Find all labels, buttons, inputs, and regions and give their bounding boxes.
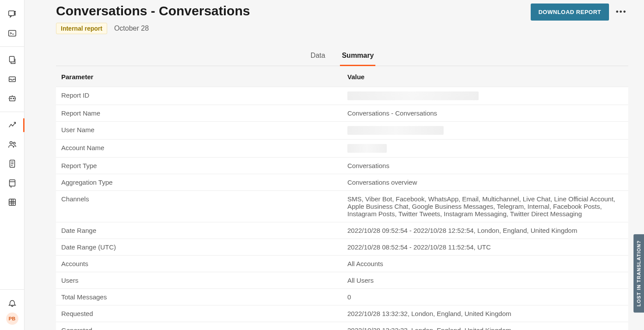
value-cell — [342, 140, 628, 158]
report-badge: Internal report — [56, 23, 107, 34]
table-row: AccountsAll Accounts — [56, 256, 628, 272]
sidebar-item-templates-icon[interactable] — [4, 51, 21, 69]
report-date: October 28 — [114, 25, 149, 32]
redacted-value — [347, 91, 479, 100]
sidebar-item-inbox-icon[interactable] — [4, 70, 21, 88]
table-row: Total Messages0 — [56, 289, 628, 305]
parameter-cell: Users — [56, 272, 342, 289]
summary-table: Parameter Value Report ID Report NameCon… — [56, 66, 628, 330]
sidebar: PB — [0, 0, 24, 330]
table-row: Generated2022/10/28 13:32:33, London, En… — [56, 322, 628, 330]
value-cell: All Users — [342, 272, 628, 289]
value-cell: Conversations overview — [342, 174, 628, 191]
help-tab-lost-in-translation[interactable]: LOST IN TRANSLATION? — [634, 234, 644, 312]
svg-point-10 — [10, 142, 12, 144]
value-cell: All Accounts — [342, 256, 628, 272]
svg-point-9 — [13, 98, 14, 99]
table-row: Date Range2022/10/28 09:52:54 - 2022/10/… — [56, 222, 628, 239]
parameter-cell: User Name — [56, 122, 342, 140]
sidebar-item-bot-icon[interactable] — [4, 90, 21, 107]
sidebar-item-grid-icon[interactable] — [4, 193, 21, 211]
table-header-value: Value — [342, 66, 628, 87]
redacted-value — [347, 126, 444, 135]
avatar[interactable]: PB — [6, 312, 18, 325]
value-cell: 2022/10/28 09:52:54 - 2022/10/28 12:52:5… — [342, 222, 628, 239]
sidebar-item-conversations-icon[interactable] — [4, 5, 21, 23]
sidebar-item-reports-icon[interactable] — [4, 174, 21, 192]
tab-summary[interactable]: Summary — [340, 47, 375, 66]
redacted-value — [347, 144, 387, 153]
svg-rect-5 — [9, 56, 14, 62]
table-row: UsersAll Users — [56, 272, 628, 289]
download-report-button[interactable]: DOWNLOAD REPORT — [531, 4, 609, 21]
svg-rect-4 — [8, 31, 16, 36]
table-row: Aggregation TypeConversations overview — [56, 174, 628, 191]
sidebar-item-terminal-icon[interactable] — [4, 25, 21, 42]
table-row: Date Range (UTC)2022/10/28 08:52:54 - 20… — [56, 239, 628, 256]
tabs: Data Summary — [56, 47, 628, 66]
svg-rect-14 — [9, 199, 15, 206]
table-row: Account Name — [56, 140, 628, 158]
main-content: Conversations - Conversations Internal r… — [24, 0, 644, 330]
svg-point-2 — [14, 13, 15, 14]
parameter-cell: Date Range — [56, 222, 342, 239]
sidebar-item-people-icon[interactable] — [4, 136, 21, 153]
svg-point-3 — [14, 14, 15, 15]
svg-point-1 — [14, 11, 15, 12]
parameter-cell: Channels — [56, 191, 342, 222]
parameter-cell: Total Messages — [56, 289, 342, 305]
svg-rect-13 — [9, 180, 15, 186]
value-cell — [342, 87, 628, 105]
svg-point-11 — [13, 142, 15, 144]
parameter-cell: Report ID — [56, 87, 342, 105]
value-cell — [342, 122, 628, 140]
parameter-cell: Generated — [56, 322, 342, 330]
value-cell: 0 — [342, 289, 628, 305]
sidebar-item-notifications-icon[interactable] — [4, 294, 21, 312]
parameter-cell: Account Name — [56, 140, 342, 158]
parameter-cell: Accounts — [56, 256, 342, 272]
value-cell: 2022/10/28 08:52:54 - 2022/10/28 11:52:5… — [342, 239, 628, 256]
value-cell: Conversations — [342, 158, 628, 174]
table-header-parameter: Parameter — [56, 66, 342, 87]
more-options-button[interactable]: ••• — [614, 5, 628, 19]
table-row: User Name — [56, 122, 628, 140]
page-title: Conversations - Conversations — [56, 4, 250, 18]
sidebar-item-document-icon[interactable] — [4, 155, 21, 172]
value-cell: 2022/10/28 13:32:33, London, England, Un… — [342, 322, 628, 330]
parameter-cell: Requested — [56, 305, 342, 322]
table-row: Requested2022/10/28 13:32:32, London, En… — [56, 305, 628, 322]
table-row: Report ID — [56, 87, 628, 105]
value-cell: SMS, Viber Bot, Facebook, WhatsApp, Emai… — [342, 191, 628, 222]
table-row: ChannelsSMS, Viber Bot, Facebook, WhatsA… — [56, 191, 628, 222]
table-row: Report TypeConversations — [56, 158, 628, 174]
sidebar-item-analytics-icon[interactable] — [4, 116, 21, 134]
parameter-cell: Aggregation Type — [56, 174, 342, 191]
parameter-cell: Report Type — [56, 158, 342, 174]
table-row: Report NameConversations - Conversations — [56, 105, 628, 122]
tab-data[interactable]: Data — [309, 47, 327, 66]
svg-point-8 — [10, 98, 11, 99]
svg-rect-7 — [9, 96, 15, 101]
value-cell: 2022/10/28 13:32:32, London, England, Un… — [342, 305, 628, 322]
parameter-cell: Report Name — [56, 105, 342, 122]
value-cell: Conversations - Conversations — [342, 105, 628, 122]
parameter-cell: Date Range (UTC) — [56, 239, 342, 256]
svg-rect-0 — [8, 11, 14, 16]
